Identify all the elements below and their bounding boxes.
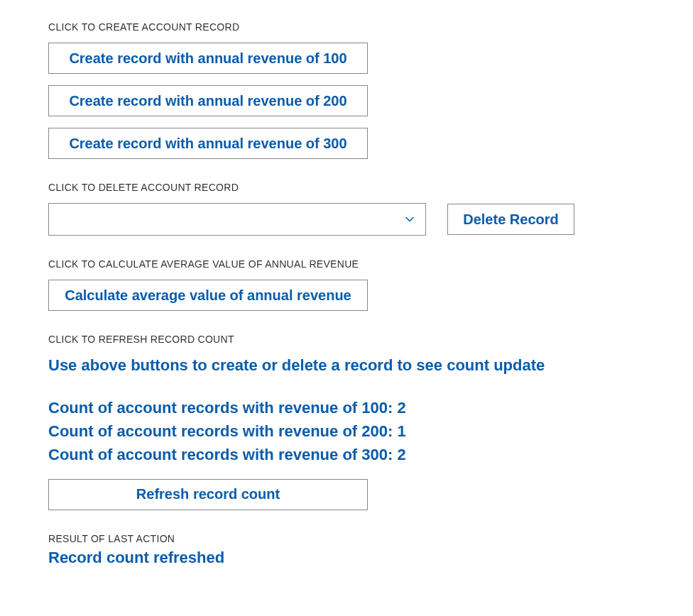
refresh-section: CLICK TO REFRESH RECORD COUNT Use above … <box>48 334 645 510</box>
result-text: Record count refreshed <box>48 549 645 567</box>
create-button-group: Create record with annual revenue of 100… <box>48 43 645 159</box>
result-heading: RESULT OF LAST ACTION <box>48 533 645 544</box>
chevron-down-icon <box>394 204 425 235</box>
delete-record-button[interactable]: Delete Record <box>447 204 574 235</box>
calculate-average-button[interactable]: Calculate average value of annual revenu… <box>48 280 368 311</box>
result-section: RESULT OF LAST ACTION Record count refre… <box>48 533 645 567</box>
create-revenue-200-button[interactable]: Create record with annual revenue of 200 <box>48 85 368 116</box>
refresh-heading: CLICK TO REFRESH RECORD COUNT <box>48 334 645 345</box>
delete-account-section: CLICK TO DELETE ACCOUNT RECORD Delete Re… <box>48 182 645 236</box>
create-revenue-300-button[interactable]: Create record with annual revenue of 300 <box>48 128 368 159</box>
record-select[interactable] <box>48 203 426 236</box>
count-revenue-300: Count of account records with revenue of… <box>48 443 645 466</box>
create-account-section: CLICK TO CREATE ACCOUNT RECORD Create re… <box>48 21 645 159</box>
delete-heading: CLICK TO DELETE ACCOUNT RECORD <box>48 182 645 193</box>
calculate-section: CLICK TO CALCULATE AVERAGE VALUE OF ANNU… <box>48 258 645 311</box>
create-heading: CLICK TO CREATE ACCOUNT RECORD <box>48 21 645 33</box>
delete-row: Delete Record <box>48 203 645 236</box>
count-list: Count of account records with revenue of… <box>48 396 645 466</box>
create-revenue-100-button[interactable]: Create record with annual revenue of 100 <box>48 43 368 74</box>
calculate-heading: CLICK TO CALCULATE AVERAGE VALUE OF ANNU… <box>48 258 645 270</box>
refresh-count-button[interactable]: Refresh record count <box>48 479 368 510</box>
count-revenue-200: Count of account records with revenue of… <box>48 419 645 443</box>
count-revenue-100: Count of account records with revenue of… <box>48 396 645 419</box>
refresh-info-text: Use above buttons to create or delete a … <box>48 355 645 376</box>
